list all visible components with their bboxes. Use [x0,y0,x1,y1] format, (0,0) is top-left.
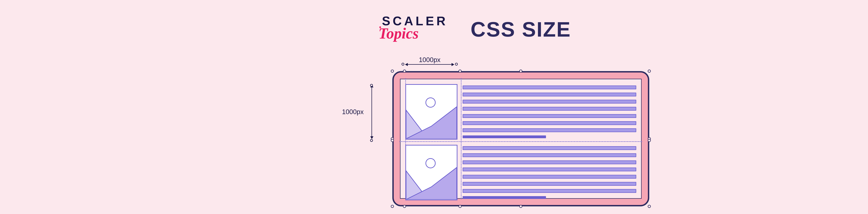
text-line [463,175,636,179]
dimension-handle-icon [455,63,458,66]
text-line [463,153,636,157]
logo-text-topics: Topics [378,25,448,42]
guide-line-vertical [461,78,461,199]
width-arrow-icon [405,64,454,65]
selection-handle-icon [648,139,651,142]
dimension-handle-icon [370,139,373,142]
text-line [463,85,636,89]
guide-line-horizontal [399,141,642,142]
selection-handle-icon [519,70,522,73]
content-row [405,84,636,140]
selection-handle-icon [403,205,406,208]
image-placeholder-icon [406,85,457,139]
text-line-short [463,196,546,199]
text-line [463,160,636,164]
selection-handle-icon [391,70,394,73]
height-arrow-icon [372,85,372,139]
text-line [463,114,636,118]
text-line [463,182,636,186]
selection-handle-icon [648,205,651,208]
image-placeholder [405,145,458,200]
svg-point-2 [426,98,435,107]
text-line [463,146,636,150]
selection-handle-icon [648,70,651,73]
text-line [463,189,636,193]
text-line [463,93,636,97]
text-line [463,107,636,111]
selection-handle-icon [519,205,522,208]
image-placeholder [405,84,458,140]
dimension-handle-icon [370,84,373,87]
selection-handle-icon [459,205,462,208]
guide-line-vertical [405,78,406,199]
selection-handle-icon [391,139,394,142]
image-placeholder-icon [406,145,457,200]
text-line [463,168,636,171]
content-row [405,145,636,200]
height-label: 1000px [342,108,364,116]
dimension-handle-icon [402,63,404,66]
text-line-short [463,136,546,138]
selection-handle-icon [391,205,394,208]
text-line [463,121,636,125]
text-lines-placeholder [463,145,636,200]
selection-handle-icon [403,70,406,73]
selection-handle-icon [459,70,462,73]
device-frame [392,71,649,206]
css-size-diagram: 1000px 1000px [392,71,649,206]
text-lines-placeholder [463,84,636,140]
text-line [463,100,636,104]
canvas [400,79,642,199]
text-line [463,128,636,132]
page-title: CSS SIZE [471,17,571,41]
svg-point-5 [426,158,435,168]
width-label: 1000px [419,56,441,64]
scaler-topics-logo: SCALER Topics [382,14,448,42]
